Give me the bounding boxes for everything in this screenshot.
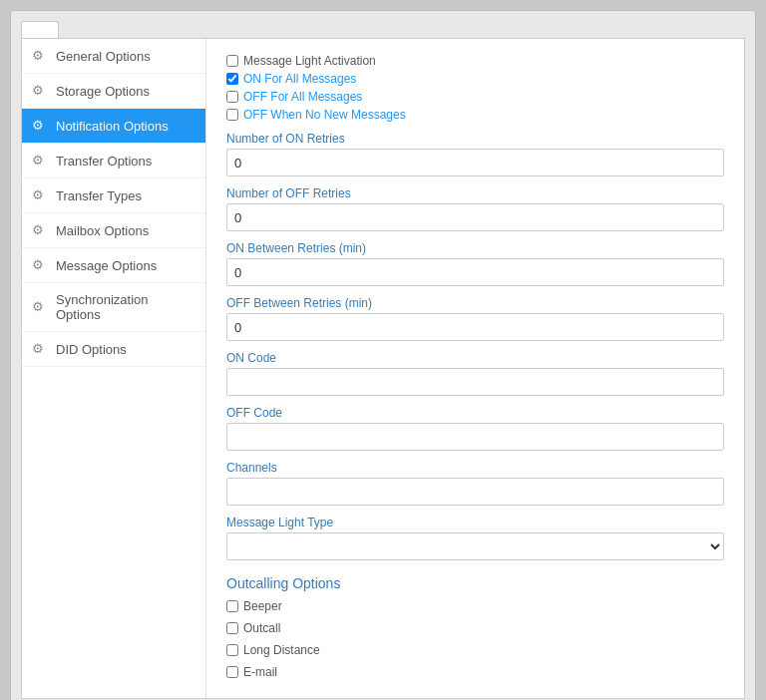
sidebar-item-label: General Options — [56, 49, 151, 64]
form-label-on-code: ON Code — [226, 351, 724, 365]
form-label-on-between-retries: ON Between Retries (min) — [226, 241, 724, 255]
form-group-on-between-retries: ON Between Retries (min) — [226, 241, 724, 286]
form-input-on-code[interactable] — [226, 368, 724, 396]
gear-icon: ⚙ — [32, 83, 48, 99]
form-label-number-off-retries: Number of OFF Retries — [226, 186, 724, 200]
main-panel: ⚙General Options⚙Storage Options⚙Notific… — [21, 38, 745, 699]
tab-bar — [21, 21, 745, 38]
form-label-off-between-retries: OFF Between Retries (min) — [226, 296, 724, 310]
outer-container: ⚙General Options⚙Storage Options⚙Notific… — [10, 10, 756, 700]
checkbox-off-when-no-new-messages[interactable] — [226, 109, 238, 121]
sidebar-item-label: Message Options — [56, 258, 157, 273]
form-input-on-between-retries[interactable] — [226, 258, 724, 286]
sidebar-item-transfer-options[interactable]: ⚙Transfer Options — [22, 144, 205, 178]
sidebar-item-label: Mailbox Options — [56, 223, 149, 238]
gear-icon: ⚙ — [32, 48, 48, 64]
sidebar-item-synchronization-options[interactable]: ⚙Synchronization Options — [22, 283, 205, 332]
outcalling-section: Outcalling OptionsBeeperOutcallLong Dist… — [226, 575, 724, 683]
gear-icon: ⚙ — [32, 118, 48, 134]
outcall-label-beeper: Beeper — [243, 599, 282, 613]
outcalling-checkboxes: BeeperOutcallLong DistanceE-mail — [226, 599, 724, 683]
gear-icon: ⚙ — [32, 222, 48, 238]
gear-icon: ⚙ — [32, 341, 48, 357]
outcall-checkbox-email[interactable] — [226, 666, 238, 678]
message-light-checkboxes: Message Light ActivationON For All Messa… — [226, 54, 724, 122]
sidebar-item-label: Storage Options — [56, 84, 150, 99]
sidebar-item-notification-options[interactable]: ⚙Notification Options — [22, 109, 205, 144]
form-label-number-on-retries: Number of ON Retries — [226, 132, 724, 146]
sidebar-item-did-options[interactable]: ⚙DID Options — [22, 332, 205, 367]
outcall-checkbox-row-long-distance: Long Distance — [226, 643, 724, 657]
outcall-checkbox-row-beeper: Beeper — [226, 599, 724, 613]
checkbox-label-off-when-no-new-messages: OFF When No New Messages — [243, 108, 406, 122]
sidebar-item-label: DID Options — [56, 342, 127, 357]
outcall-checkbox-row-outcall: Outcall — [226, 621, 724, 635]
form-input-number-on-retries[interactable] — [226, 149, 724, 176]
content-area: Message Light ActivationON For All Messa… — [206, 39, 744, 698]
checkbox-row-on-for-all-messages: ON For All Messages — [226, 72, 724, 86]
form-group-message-light-type: Message Light Type — [226, 516, 724, 560]
checkbox-row-msg-light-activation: Message Light Activation — [226, 54, 724, 68]
sidebar-item-label: Transfer Types — [56, 188, 142, 203]
outcall-label-email: E-mail — [243, 665, 277, 679]
form-label-message-light-type: Message Light Type — [226, 516, 724, 529]
form-group-off-between-retries: OFF Between Retries (min) — [226, 296, 724, 341]
form-input-number-off-retries[interactable] — [226, 203, 724, 231]
form-group-number-on-retries: Number of ON Retries — [226, 132, 724, 176]
gear-icon: ⚙ — [32, 187, 48, 203]
checkbox-row-off-when-no-new-messages: OFF When No New Messages — [226, 108, 724, 122]
outcall-checkbox-beeper[interactable] — [226, 600, 238, 612]
sidebar-item-mailbox-options[interactable]: ⚙Mailbox Options — [22, 213, 205, 248]
select-message-light-type[interactable] — [226, 532, 724, 560]
sidebar-item-label: Synchronization Options — [56, 292, 195, 322]
gear-icon: ⚙ — [32, 299, 48, 315]
sidebar-item-general-options[interactable]: ⚙General Options — [22, 39, 205, 74]
feature-group-settings-tab[interactable] — [21, 21, 59, 38]
checkbox-label-off-for-all-messages: OFF For All Messages — [243, 90, 362, 104]
form-group-channels: Channels — [226, 461, 724, 506]
checkbox-label-on-for-all-messages: ON For All Messages — [243, 72, 356, 86]
form-input-off-code[interactable] — [226, 423, 724, 451]
form-input-channels[interactable] — [226, 478, 724, 506]
outcall-checkbox-outcall[interactable] — [226, 622, 238, 634]
form-group-number-off-retries: Number of OFF Retries — [226, 186, 724, 231]
sidebar-item-label: Transfer Options — [56, 154, 152, 169]
fields-container: Number of ON RetriesNumber of OFF Retrie… — [226, 132, 724, 560]
checkbox-off-for-all-messages[interactable] — [226, 91, 238, 103]
checkbox-msg-light-activation[interactable] — [226, 55, 238, 67]
form-group-off-code: OFF Code — [226, 406, 724, 451]
outcall-checkbox-row-email: E-mail — [226, 665, 724, 679]
checkbox-on-for-all-messages[interactable] — [226, 73, 238, 85]
form-label-off-code: OFF Code — [226, 406, 724, 420]
form-input-off-between-retries[interactable] — [226, 313, 724, 341]
outcall-label-outcall: Outcall — [243, 621, 280, 635]
outcall-checkbox-long-distance[interactable] — [226, 644, 238, 656]
gear-icon: ⚙ — [32, 153, 48, 169]
sidebar-item-label: Notification Options — [56, 119, 169, 134]
sidebar-item-storage-options[interactable]: ⚙Storage Options — [22, 74, 205, 109]
form-group-on-code: ON Code — [226, 351, 724, 396]
sidebar-item-message-options[interactable]: ⚙Message Options — [22, 248, 205, 283]
outcalling-title: Outcalling Options — [226, 575, 724, 591]
outcall-label-long-distance: Long Distance — [243, 643, 320, 657]
sidebar: ⚙General Options⚙Storage Options⚙Notific… — [22, 39, 206, 698]
sidebar-item-transfer-types[interactable]: ⚙Transfer Types — [22, 178, 205, 213]
form-label-channels: Channels — [226, 461, 724, 475]
gear-icon: ⚙ — [32, 257, 48, 273]
checkbox-row-off-for-all-messages: OFF For All Messages — [226, 90, 724, 104]
checkbox-label-msg-light-activation: Message Light Activation — [243, 54, 376, 68]
